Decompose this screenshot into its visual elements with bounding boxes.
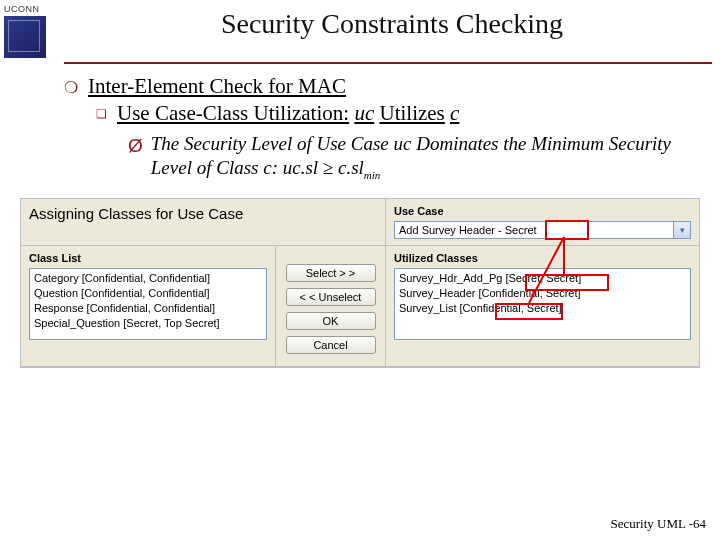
- logo-area: UCONN: [0, 0, 64, 58]
- ok-button[interactable]: OK: [286, 312, 376, 330]
- usecase-value: Add Survey Header - Secret: [394, 221, 674, 239]
- chevron-down-icon[interactable]: ▾: [674, 221, 691, 239]
- list-item[interactable]: Question [Confidential, Confidential]: [34, 286, 262, 301]
- unselect-button[interactable]: < < Unselect: [286, 288, 376, 306]
- list-item[interactable]: Special_Question [Secret, Top Secret]: [34, 316, 262, 331]
- classlist-listbox[interactable]: Category [Confidential, Confidential] Qu…: [29, 268, 267, 340]
- list-item[interactable]: Survey_List [Confidential, Secret]: [399, 301, 686, 316]
- bullet-icon: ❍: [64, 78, 78, 97]
- utilized-listbox[interactable]: Survey_Hdr_Add_Pg [Secret, Secret] Surve…: [394, 268, 691, 340]
- cancel-button[interactable]: Cancel: [286, 336, 376, 354]
- list-item[interactable]: Survey_Header [Confidential, Secret]: [399, 286, 686, 301]
- bullet1-text: Inter-Element Check for MAC: [88, 74, 346, 99]
- usecase-dropdown[interactable]: Add Survey Header - Secret ▾: [394, 221, 691, 239]
- slide-title: Security Constraints Checking: [64, 8, 720, 40]
- bullet2-text: Use Case-Class Utilization: uc Utilizes …: [117, 101, 459, 126]
- usecase-label: Use Case: [394, 205, 691, 217]
- list-item[interactable]: Category [Confidential, Confidential]: [34, 271, 262, 286]
- dialog-heading: Assigning Classes for Use Case: [29, 205, 243, 222]
- list-item[interactable]: Survey_Hdr_Add_Pg [Secret, Secret]: [399, 271, 686, 286]
- select-button[interactable]: Select > >: [286, 264, 376, 282]
- slide-footer: Security UML -64: [610, 516, 706, 532]
- bullet-level1: ❍ Inter-Element Check for MAC: [64, 74, 700, 99]
- bullet-level3: Ø The Security Level of Use Case uc Domi…: [128, 132, 700, 182]
- utilized-label: Utilized Classes: [394, 252, 691, 264]
- bullet-icon: Ø: [128, 134, 143, 158]
- bullet-level2: ❑ Use Case-Class Utilization: uc Utilize…: [96, 101, 700, 126]
- uconn-logo: [4, 16, 46, 58]
- classlist-label: Class List: [29, 252, 267, 264]
- org-label: UCONN: [4, 4, 64, 14]
- list-item[interactable]: Response [Confidential, Confidential]: [34, 301, 262, 316]
- bullet-icon: ❑: [96, 107, 107, 121]
- dialog-panel: Assigning Classes for Use Case Use Case …: [20, 198, 700, 368]
- bullet3-text: The Security Level of Use Case uc Domina…: [151, 132, 700, 182]
